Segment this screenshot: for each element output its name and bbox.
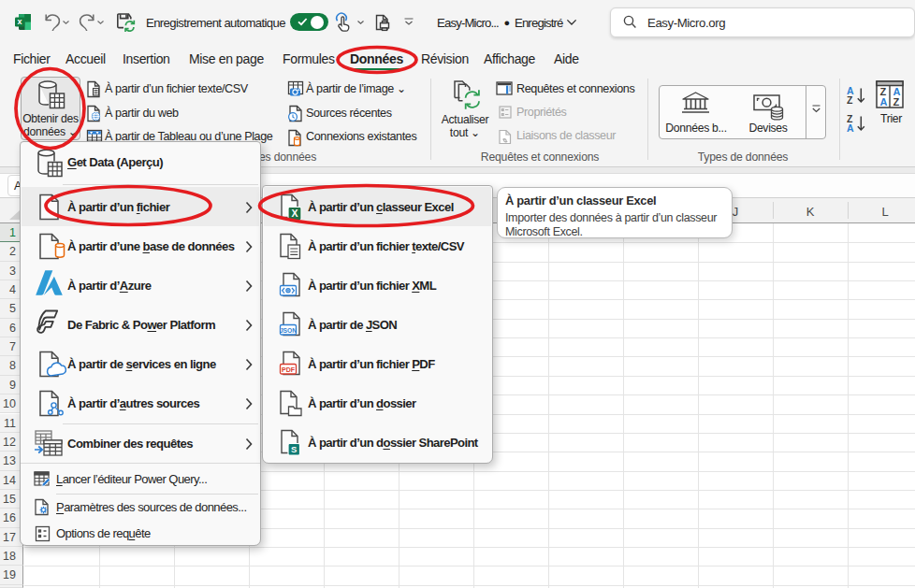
svg-text:A: A	[847, 122, 854, 134]
svg-text:Z: Z	[847, 94, 853, 106]
svg-text:S: S	[291, 444, 297, 454]
svg-text:JSON: JSON	[280, 327, 297, 334]
svg-text:A: A	[880, 96, 888, 108]
svg-text:PDF: PDF	[282, 366, 296, 373]
svg-text:X: X	[291, 208, 298, 219]
svg-text:Z: Z	[893, 96, 900, 108]
